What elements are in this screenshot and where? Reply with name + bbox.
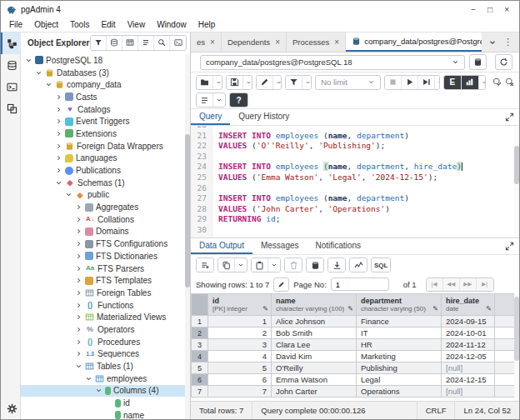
tree-collapsed-chevron-icon[interactable] xyxy=(54,105,62,113)
tree-item-fts-templates[interactable]: FTS Templates xyxy=(21,274,190,287)
object-explorer-button[interactable] xyxy=(1,32,21,54)
cell[interactable]: 7 xyxy=(208,386,272,398)
new-connection-button[interactable] xyxy=(469,54,487,70)
edit-button[interactable] xyxy=(257,76,273,89)
tree-collapsed-chevron-icon[interactable] xyxy=(74,264,82,272)
sidebar-scrollbar[interactable] xyxy=(185,54,190,419)
cell[interactable]: HR xyxy=(357,339,442,351)
cell[interactable]: 5 xyxy=(208,362,272,374)
cell[interactable]: Finance xyxy=(357,316,442,328)
row-number-cell[interactable]: 6 xyxy=(192,374,208,386)
connection-select[interactable]: company_data/postgres@PostgreSQL 18 xyxy=(200,55,465,70)
tree-collapsed-chevron-icon[interactable] xyxy=(74,203,82,212)
query-tool-button[interactable] xyxy=(1,54,21,76)
filter-button[interactable] xyxy=(91,36,107,50)
cell[interactable]: 3 xyxy=(208,339,272,351)
cell[interactable]: Emma Watson xyxy=(272,374,357,386)
tree-item-materialized-views[interactable]: Materialized Views xyxy=(21,311,190,323)
column-header-department[interactable]: departmentcharacter varying (50)✎ xyxy=(357,294,442,316)
search-button[interactable] xyxy=(154,36,170,50)
cell[interactable]: 2024-10-01 xyxy=(442,328,495,339)
tab-es[interactable]: es× xyxy=(191,32,222,52)
last-page-button[interactable]: ▶| xyxy=(477,278,493,291)
cell[interactable]: [null] xyxy=(442,386,495,398)
tab-menu-icon[interactable]: ⋮ xyxy=(503,37,512,48)
tree-item-languages[interactable]: Languages xyxy=(21,152,190,165)
explain-menu[interactable] xyxy=(479,76,486,89)
tree-collapsed-chevron-icon[interactable] xyxy=(74,252,82,260)
tree-item-id[interactable]: id xyxy=(21,397,190,409)
view-data-button[interactable] xyxy=(107,36,122,50)
row-limit-select[interactable]: No limit xyxy=(315,75,381,90)
tree-item-foreign-data-wrappers[interactable]: Foreign Data Wrappers xyxy=(21,140,190,152)
cell[interactable]: Bob Smith xyxy=(272,328,357,339)
cell[interactable]: Publishing xyxy=(357,362,442,374)
close-button[interactable]: × xyxy=(504,5,509,14)
tree-item-publications[interactable]: Publications xyxy=(21,164,190,177)
save-file-button[interactable] xyxy=(227,76,243,89)
macros-button[interactable] xyxy=(197,93,213,107)
tree-collapsed-chevron-icon[interactable] xyxy=(74,325,82,333)
tab-processes[interactable]: Processes× xyxy=(287,32,346,52)
add-row-button[interactable] xyxy=(197,258,213,272)
cell[interactable]: 2024-12-15 xyxy=(442,374,495,386)
explain-button[interactable]: E xyxy=(444,76,462,89)
execute-script-button[interactable] xyxy=(402,76,418,89)
cell[interactable]: O'Reilly xyxy=(272,362,357,374)
terminal-button[interactable] xyxy=(170,36,186,50)
tree-expanded-chevron-icon[interactable] xyxy=(74,362,82,371)
tree-collapsed-chevron-icon[interactable] xyxy=(54,154,62,162)
maximize-button[interactable]: □ xyxy=(488,5,492,14)
tree-collapsed-chevron-icon[interactable] xyxy=(74,228,82,236)
tree-collapsed-chevron-icon[interactable] xyxy=(54,142,62,150)
cell[interactable]: 2024-09-15 xyxy=(442,316,495,328)
tree-item-employees[interactable]: employees xyxy=(21,372,190,385)
tree-item-casts[interactable]: Casts xyxy=(21,91,190,103)
tree-item-operators[interactable]: %Operators xyxy=(21,323,190,336)
copy-menu[interactable] xyxy=(235,258,247,272)
tab-data-output[interactable]: Data Output xyxy=(191,238,252,254)
macros-menu[interactable] xyxy=(213,93,225,107)
tree-collapsed-chevron-icon[interactable] xyxy=(74,277,82,285)
column-header-hire-date[interactable]: hire_datedate✎ xyxy=(442,294,495,316)
tree-expanded-chevron-icon[interactable] xyxy=(94,387,102,395)
editor-scrollbar[interactable] xyxy=(514,126,519,238)
menu-help[interactable]: Help xyxy=(193,19,221,30)
tree-collapsed-chevron-icon[interactable] xyxy=(74,240,82,248)
tree-item-catalogs[interactable]: ♥Catalogs xyxy=(21,103,190,116)
cell[interactable]: Alice Johnson xyxy=(272,316,357,328)
row-number-cell[interactable]: 3 xyxy=(192,339,208,351)
tree-item-company-data[interactable]: company_data xyxy=(21,78,190,91)
menu-object[interactable]: Object xyxy=(29,19,63,30)
cell[interactable]: IT xyxy=(357,328,442,339)
tab-notifications[interactable]: Notifications xyxy=(308,238,369,254)
tree-expanded-chevron-icon[interactable] xyxy=(54,178,62,187)
tree-expanded-chevron-icon[interactable] xyxy=(64,191,72,199)
execute-menu[interactable] xyxy=(435,76,440,89)
tree-item-fts-configurations[interactable]: FTS Configurations xyxy=(21,238,190,250)
tree-item-columns-4[interactable]: Columns (4) xyxy=(21,385,190,398)
table-button[interactable] xyxy=(122,36,138,50)
cell[interactable]: 2 xyxy=(208,328,272,339)
tree-item-domains[interactable]: Domains xyxy=(21,226,190,238)
tree-item-fts-dictionaries[interactable]: FTS Dictionaries xyxy=(21,250,190,262)
menu-view[interactable]: View xyxy=(122,19,151,30)
tree-collapsed-chevron-icon[interactable] xyxy=(54,118,62,126)
tab-company-data-postgres-postgresql-18[interactable]: company_data/postgres@PostgreSQL 18*× xyxy=(346,32,482,52)
settings-button[interactable] xyxy=(1,398,21,419)
pencil-icon[interactable]: ✎ xyxy=(486,305,492,312)
pencil-icon[interactable]: ✎ xyxy=(432,305,438,312)
menu-window[interactable]: Window xyxy=(152,19,192,30)
edit-range-button[interactable] xyxy=(273,278,289,292)
tree-item-procedures[interactable]: ()Procedures xyxy=(21,336,190,348)
tab-close-icon[interactable]: × xyxy=(334,38,339,47)
tree-expanded-chevron-icon[interactable] xyxy=(34,68,42,77)
pencil-icon[interactable]: ✎ xyxy=(348,305,353,312)
cell[interactable]: 6 xyxy=(208,374,272,386)
column-header-name[interactable]: namecharacter varying (100)✎ xyxy=(272,294,357,316)
filter-button[interactable] xyxy=(286,76,302,89)
row-number-cell[interactable]: 7 xyxy=(192,386,208,398)
tree-collapsed-chevron-icon[interactable] xyxy=(74,350,82,358)
copy-button[interactable] xyxy=(218,258,235,272)
tree-expanded-chevron-icon[interactable] xyxy=(24,56,32,64)
